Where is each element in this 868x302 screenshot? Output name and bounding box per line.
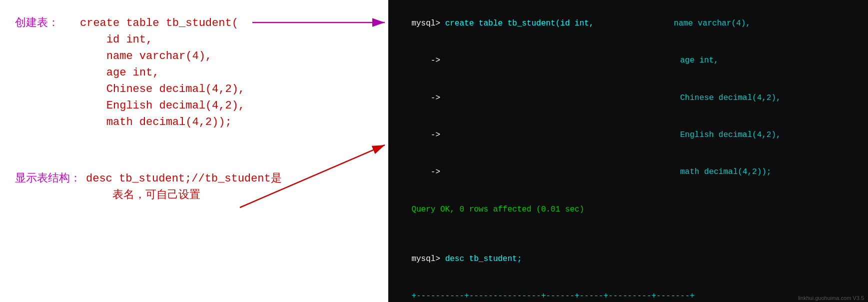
right-col-1: name varchar(4), — [674, 19, 751, 28]
terminal-empty-1 — [392, 228, 864, 240]
create-section: 创建表： create table tb_student( id int, na… — [15, 15, 345, 130]
right-col-2: age int, — [680, 56, 719, 65]
code-line-6: English decimal(4,2), — [80, 98, 245, 114]
arrow-cont-1: -> — [411, 56, 440, 65]
desc-code-line-2: 表名，可自己设置 — [86, 187, 282, 204]
sep-1-text: +----------+---------------+------+-----… — [411, 292, 695, 300]
code-line-4: age int, — [80, 64, 245, 81]
terminal-query-ok: Query OK, 0 rows affected (0.01 sec) — [392, 191, 864, 228]
query-ok-text: Query OK, 0 rows affected (0.01 sec) — [411, 205, 584, 214]
arrow-cont-3: -> — [411, 130, 440, 140]
code-line-3: name varchar(4), — [80, 48, 245, 64]
prompt-1: mysql> — [411, 19, 445, 28]
watermark: linkhui.guohuima.com V3.5 — [798, 295, 864, 301]
table-sep-1: +----------+---------------+------+-----… — [392, 278, 864, 302]
arrow-cont-2: -> — [411, 94, 440, 102]
terminal-desc-cmd: mysql> desc tb_student; — [392, 240, 864, 278]
terminal-line-cont2: ->Chinese decimal(4,2), — [392, 80, 864, 116]
right-col-3: Chinese decimal(4,2), — [680, 94, 781, 102]
prompt-2: mysql> — [411, 254, 445, 264]
create-label-row: 创建表： create table tb_student( id int, na… — [15, 15, 345, 130]
cmd-desc: desc tb_student; — [445, 254, 522, 264]
cmd-create: create table tb_student(id int, — [445, 19, 594, 28]
code-line-1: create table tb_student( — [80, 15, 245, 32]
terminal-line-cont1: ->age int, — [392, 42, 864, 79]
terminal-line-create: mysql> create table tb_student(id int,na… — [392, 5, 864, 42]
desc-code-line-1: desc tb_student;//tb_student是 — [86, 170, 282, 187]
terminal-line-cont4: ->math decimal(4,2)); — [392, 154, 864, 191]
code-line-5: Chinese decimal(4,2), — [80, 81, 245, 98]
left-panel: 创建表： create table tb_student( id int, na… — [0, 0, 360, 302]
desc-code-block: desc tb_student;//tb_student是 表名，可自己设置 — [86, 170, 282, 204]
code-line-2: id int, — [80, 32, 245, 48]
desc-section: 显示表结构： desc tb_student;//tb_student是 表名，… — [15, 170, 345, 204]
right-col-4: English decimal(4,2), — [680, 130, 781, 140]
terminal-line-cont3: ->English decimal(4,2), — [392, 116, 864, 154]
create-code-block: create table tb_student( id int, name va… — [80, 15, 245, 130]
desc-label-text: 显示表结构： — [15, 170, 81, 186]
right-col-5: math decimal(4,2)); — [680, 168, 771, 176]
arrow-cont-4: -> — [411, 168, 440, 176]
create-label-text: 创建表： — [15, 15, 75, 30]
code-line-7: math decimal(4,2)); — [80, 114, 245, 130]
terminal-panel: mysql> create table tb_student(id int,na… — [388, 0, 868, 302]
